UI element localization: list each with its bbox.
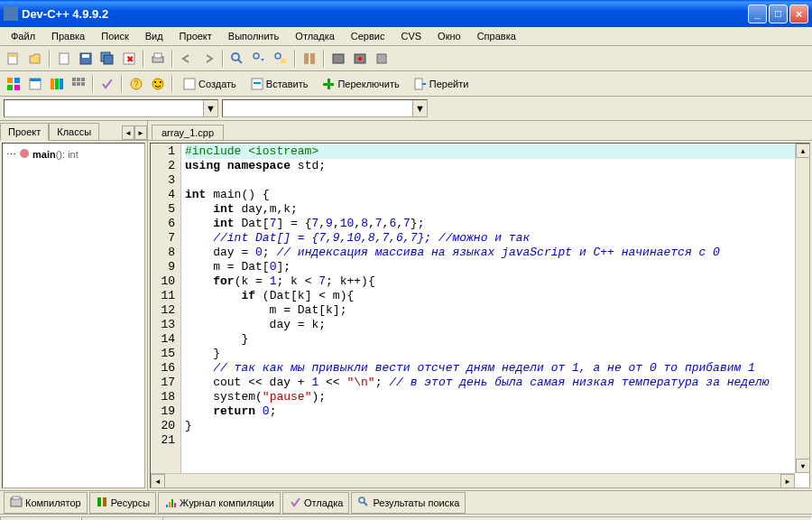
app-icon bbox=[4, 6, 18, 21]
menu-отладка[interactable]: Отладка bbox=[288, 29, 341, 43]
check-icon[interactable] bbox=[97, 74, 117, 94]
about-icon[interactable] bbox=[148, 74, 168, 94]
tab-icon bbox=[96, 496, 108, 510]
insert-button[interactable]: Вставить bbox=[245, 74, 315, 94]
horizontal-scrollbar[interactable]: ◄ ► bbox=[151, 473, 795, 488]
svg-point-14 bbox=[275, 53, 281, 59]
svg-rect-28 bbox=[51, 79, 54, 89]
create-button[interactable]: Создать bbox=[177, 74, 243, 94]
svg-rect-27 bbox=[30, 79, 41, 81]
menu-проект[interactable]: Проект bbox=[172, 29, 219, 43]
sidebar-tab-classes[interactable]: Классы bbox=[49, 123, 99, 140]
menu-вид[interactable]: Вид bbox=[138, 29, 171, 43]
maximize-button[interactable]: □ bbox=[769, 5, 788, 23]
save-icon[interactable] bbox=[76, 49, 96, 69]
svg-rect-25 bbox=[14, 85, 20, 90]
svg-text:?: ? bbox=[134, 79, 139, 89]
replace-icon[interactable] bbox=[271, 49, 291, 69]
bottom-tab-0[interactable]: Компилятор bbox=[4, 492, 88, 514]
vertical-scrollbar[interactable]: ▲ ▼ bbox=[795, 144, 809, 473]
svg-rect-32 bbox=[77, 78, 80, 81]
svg-rect-44 bbox=[254, 82, 261, 84]
grid-small-icon[interactable] bbox=[69, 74, 88, 94]
print-icon[interactable] bbox=[148, 49, 168, 69]
goto-button[interactable]: Перейти bbox=[408, 74, 475, 94]
bottom-tab-2[interactable]: Журнал компиляции bbox=[158, 492, 281, 514]
dropdown-bar: ▼ ▼ bbox=[0, 97, 812, 121]
toolbar-1: ✖ bbox=[0, 46, 812, 71]
svg-rect-33 bbox=[81, 78, 85, 81]
bottom-tabs: КомпиляторРесурсыЖурнал компиляцииОтладк… bbox=[0, 490, 812, 514]
svg-rect-42 bbox=[184, 79, 195, 89]
find-icon[interactable] bbox=[227, 49, 247, 69]
help-icon[interactable]: ? bbox=[126, 74, 146, 94]
svg-rect-1 bbox=[9, 54, 16, 57]
open-file-icon[interactable] bbox=[25, 49, 45, 69]
run-icon[interactable] bbox=[328, 49, 348, 69]
tab-icon bbox=[357, 496, 370, 510]
redo-icon[interactable] bbox=[198, 49, 218, 69]
toolbar-2: ? Создать Вставить Переключить Перейти bbox=[0, 71, 812, 97]
close-file-icon[interactable]: ✖ bbox=[119, 49, 139, 69]
switch-button[interactable]: Переключить bbox=[316, 74, 405, 94]
svg-rect-34 bbox=[72, 82, 76, 86]
svg-rect-18 bbox=[333, 54, 344, 63]
bottom-tab-1[interactable]: Ресурсы bbox=[89, 492, 156, 514]
menu-сервис[interactable]: Сервис bbox=[344, 29, 392, 43]
save-all-icon[interactable] bbox=[97, 49, 117, 69]
svg-rect-53 bbox=[166, 505, 168, 507]
svg-rect-10 bbox=[154, 53, 161, 58]
svg-line-58 bbox=[364, 502, 367, 506]
close-button[interactable]: × bbox=[789, 5, 808, 23]
project-tree[interactable]: ⋯ main(): int bbox=[2, 143, 145, 488]
tab-scroll-right[interactable]: ► bbox=[134, 125, 147, 140]
svg-rect-52 bbox=[103, 497, 106, 506]
code-content[interactable]: #include <iostream>using namespace std; … bbox=[181, 144, 809, 488]
bottom-tab-3[interactable]: Отладка bbox=[282, 492, 349, 514]
svg-rect-6 bbox=[104, 55, 113, 64]
title-bar: Dev-C++ 4.9.9.2 _ □ × bbox=[0, 0, 812, 27]
menu-cvs[interactable]: CVS bbox=[393, 29, 429, 43]
menu-справка[interactable]: Справка bbox=[470, 29, 523, 43]
svg-rect-50 bbox=[13, 497, 20, 499]
svg-rect-4 bbox=[82, 54, 89, 58]
dropdown-1[interactable]: ▼ bbox=[4, 99, 218, 117]
menu-файл[interactable]: Файл bbox=[4, 29, 42, 43]
grid4-icon[interactable] bbox=[4, 74, 23, 94]
svg-rect-21 bbox=[377, 54, 386, 63]
svg-rect-47 bbox=[415, 79, 422, 89]
columns-icon[interactable] bbox=[47, 74, 67, 94]
menu-окно[interactable]: Окно bbox=[430, 29, 468, 43]
menu-поиск[interactable]: Поиск bbox=[94, 29, 135, 43]
undo-icon[interactable] bbox=[177, 49, 197, 69]
dropdown-2[interactable]: ▼ bbox=[222, 99, 428, 117]
svg-rect-35 bbox=[77, 82, 80, 86]
sidebar: Проект Классы ◄ ► ⋯ main(): int bbox=[0, 121, 148, 490]
tree-item-main[interactable]: ⋯ main(): int bbox=[6, 147, 141, 162]
new-file-icon[interactable] bbox=[4, 49, 23, 69]
svg-text:✖: ✖ bbox=[126, 54, 134, 64]
sidebar-tab-project[interactable]: Проект bbox=[0, 123, 49, 141]
tab-icon bbox=[10, 496, 23, 510]
tab-icon bbox=[164, 496, 177, 510]
find-next-icon[interactable] bbox=[249, 49, 269, 69]
menu-правка[interactable]: Правка bbox=[44, 29, 92, 43]
minimize-button[interactable]: _ bbox=[748, 5, 767, 23]
svg-rect-29 bbox=[55, 79, 59, 89]
code-editor[interactable]: 123456789101112131415161718192021 #inclu… bbox=[150, 143, 810, 488]
page-icon[interactable] bbox=[54, 49, 74, 69]
menu-выполнить[interactable]: Выполнить bbox=[221, 29, 286, 43]
file-tab[interactable]: array_1.cpp bbox=[152, 125, 224, 140]
debug-icon[interactable] bbox=[350, 49, 370, 69]
svg-rect-2 bbox=[60, 53, 69, 64]
stop-icon[interactable] bbox=[372, 49, 392, 69]
bottom-tab-4[interactable]: Результаты поиска bbox=[351, 492, 466, 514]
status-bar: 4: 1 Вставка Ready. bbox=[0, 514, 812, 520]
svg-rect-31 bbox=[72, 78, 76, 81]
editor-area: array_1.cpp 1234567891011121314151617181… bbox=[148, 121, 812, 490]
compile-icon[interactable] bbox=[300, 49, 319, 69]
tab-scroll-left[interactable]: ◄ bbox=[122, 125, 134, 140]
svg-point-48 bbox=[20, 149, 29, 158]
line-gutter: 123456789101112131415161718192021 bbox=[151, 144, 181, 488]
window-icon[interactable] bbox=[25, 74, 45, 94]
